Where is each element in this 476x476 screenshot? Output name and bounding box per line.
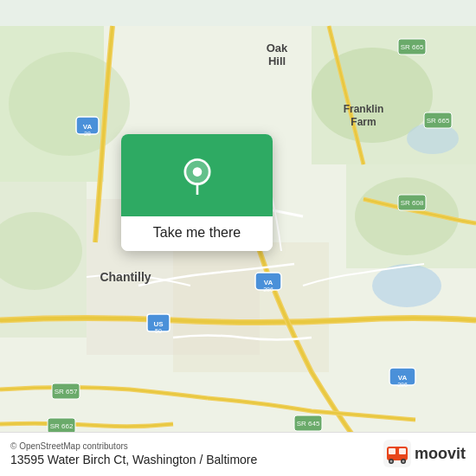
svg-point-53: [389, 460, 392, 463]
svg-text:SR 645: SR 645: [297, 420, 320, 428]
svg-text:SR 665: SR 665: [401, 43, 424, 51]
svg-text:US: US: [153, 320, 164, 328]
copyright-text: © OpenStreetMap contributors: [10, 441, 257, 451]
svg-text:Chantilly: Chantilly: [100, 270, 151, 284]
take-me-there-button[interactable]: Take me there: [153, 225, 241, 241]
svg-text:286: 286: [263, 286, 273, 293]
svg-rect-10: [173, 242, 329, 372]
moovit-icon: [383, 440, 411, 467]
svg-rect-51: [399, 448, 406, 454]
card-button-area[interactable]: Take me there: [121, 216, 273, 251]
svg-text:VA: VA: [398, 374, 408, 382]
svg-text:SR 657: SR 657: [55, 388, 78, 396]
location-pin-icon: [178, 157, 216, 195]
svg-text:Farm: Farm: [351, 116, 376, 128]
svg-text:50: 50: [155, 328, 162, 334]
svg-text:Hill: Hill: [268, 55, 286, 68]
svg-text:SR 665: SR 665: [427, 117, 450, 125]
address-text: 13595 Water Birch Ct, Washington / Balti…: [10, 453, 257, 466]
svg-point-47: [192, 167, 202, 177]
svg-text:SR 662: SR 662: [50, 422, 74, 430]
moovit-label: moovit: [415, 445, 466, 463]
svg-point-55: [402, 460, 404, 463]
take-me-there-card[interactable]: Take me there: [121, 134, 273, 251]
svg-text:VA: VA: [264, 279, 273, 286]
moovit-logo: moovit: [383, 440, 466, 467]
svg-text:Oak: Oak: [267, 42, 288, 55]
card-green-header: [121, 134, 273, 216]
bottom-left-info: © OpenStreetMap contributors 13595 Water…: [10, 441, 257, 466]
bottom-bar: © OpenStreetMap contributors 13595 Water…: [0, 432, 476, 476]
svg-text:28: 28: [84, 131, 91, 137]
svg-text:Franklin: Franklin: [344, 103, 384, 115]
svg-point-3: [9, 52, 130, 156]
map-container: VA 28 VA 286 VA 286 VA 286 US 50 SR 657 …: [0, 0, 476, 476]
svg-text:VA: VA: [83, 123, 93, 131]
svg-text:286: 286: [397, 382, 408, 388]
svg-rect-50: [389, 448, 396, 454]
svg-text:SR 608: SR 608: [401, 199, 424, 207]
